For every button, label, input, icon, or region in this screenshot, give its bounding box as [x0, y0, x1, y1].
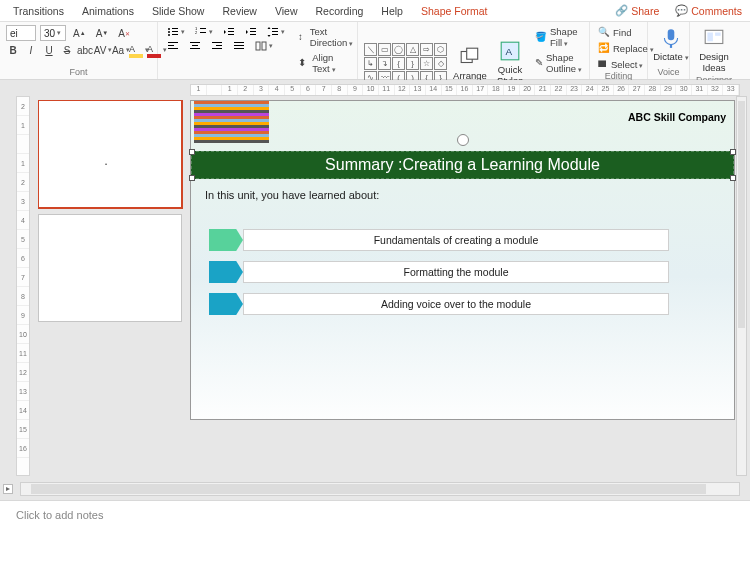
svg-rect-11	[228, 31, 234, 32]
slide-intro-text: In this unit, you have learned about:	[205, 189, 379, 201]
slide-thumbnails	[38, 100, 184, 476]
font-name-box[interactable]: ei	[6, 25, 36, 41]
notes-pane[interactable]: Click to add notes	[0, 500, 750, 566]
tab-animations[interactable]: Animations	[73, 2, 143, 20]
justify-button[interactable]	[230, 39, 248, 53]
shape-star-icon[interactable]: ☆	[420, 57, 433, 70]
align-text-button[interactable]: ⬍Align Text	[296, 51, 359, 75]
svg-rect-31	[256, 42, 260, 50]
tab-transitions[interactable]: Transitions	[4, 2, 73, 20]
svg-rect-25	[212, 42, 222, 43]
expand-thumbnails-button[interactable]: ▸	[3, 484, 13, 494]
shape-arrow-icon[interactable]: ⇨	[420, 43, 433, 56]
change-case-button[interactable]: Aa	[114, 43, 128, 57]
shape-line-icon[interactable]: ＼	[364, 43, 377, 56]
tab-review[interactable]: Review	[213, 2, 265, 20]
shape-hexagon-icon[interactable]: ⬡	[434, 43, 447, 56]
highlight-swatch	[129, 54, 143, 58]
increase-font-button[interactable]: A▲	[70, 26, 89, 40]
rotate-handle[interactable]: ⟳	[457, 134, 469, 146]
shapes-gallery[interactable]: ＼▭◯△⇨⬡ ↳↴{}☆◇ ∿〰(){}	[364, 43, 447, 84]
select-button[interactable]: ⯀Select	[596, 57, 641, 71]
tag-icon	[209, 293, 243, 315]
find-label: Find	[613, 27, 631, 38]
shape-conn2-icon[interactable]: ↴	[378, 57, 391, 70]
svg-rect-1	[172, 28, 178, 29]
bold-button[interactable]: B	[6, 43, 20, 57]
slide-thumb-1[interactable]	[38, 100, 182, 208]
shape-callout-icon[interactable]: ◇	[434, 57, 447, 70]
align-right-button[interactable]	[208, 39, 226, 53]
increase-indent-button[interactable]	[242, 25, 260, 39]
columns-button[interactable]	[252, 39, 276, 53]
scroll-thumb[interactable]	[31, 484, 706, 494]
shape-rect-icon[interactable]: ▭	[378, 43, 391, 56]
arrange-label: Arrange	[453, 70, 487, 81]
strike-button[interactable]: S	[60, 43, 74, 57]
svg-rect-30	[234, 48, 244, 49]
list-item[interactable]: Formatting the module	[209, 261, 669, 283]
scroll-thumb[interactable]	[738, 101, 745, 328]
comments-button[interactable]: 💬 Comments	[667, 1, 750, 20]
dictate-button[interactable]: Dictate	[654, 25, 688, 64]
line-spacing-button[interactable]	[264, 25, 288, 39]
group-editing: 🔍Find 🔁Replace ⯀Select Editing	[590, 22, 648, 79]
tab-view[interactable]: View	[266, 2, 307, 20]
slide-thumb-2[interactable]	[38, 214, 182, 322]
shape-outline-button[interactable]: ✎Shape Outline	[533, 51, 588, 75]
svg-rect-27	[212, 48, 222, 49]
tab-slide-show[interactable]: Slide Show	[143, 2, 214, 20]
shape-outline-icon: ✎	[535, 57, 543, 69]
align-center-button[interactable]	[186, 39, 204, 53]
tag-icon	[209, 261, 243, 283]
highlight-color-button[interactable]: A	[132, 43, 146, 57]
group-font-label: Font	[6, 67, 151, 79]
share-button[interactable]: 🔗 Share	[607, 1, 667, 20]
svg-rect-3	[172, 31, 178, 32]
resize-handle-tl[interactable]	[189, 149, 195, 155]
svg-rect-20	[168, 45, 174, 46]
horizontal-scrollbar[interactable]	[20, 482, 740, 496]
shape-rbrace-icon[interactable]: }	[406, 57, 419, 70]
ribbon: ei 30 A▲ A▼ A✕ B I U S abc AV Aa A A Fon…	[0, 22, 750, 80]
shape-conn-icon[interactable]: ↳	[364, 57, 377, 70]
clear-formatting-button[interactable]: A✕	[115, 26, 133, 40]
find-button[interactable]: 🔍Find	[596, 25, 641, 39]
replace-button[interactable]: 🔁Replace	[596, 41, 641, 55]
svg-rect-23	[192, 45, 198, 46]
slide-logo-image	[194, 101, 269, 143]
underline-button[interactable]: U	[42, 43, 56, 57]
shape-lbrace-icon[interactable]: {	[392, 57, 405, 70]
decrease-indent-button[interactable]	[220, 25, 238, 39]
group-drawing: ＼▭◯△⇨⬡ ↳↴{}☆◇ ∿〰(){} Arrange A Quick Sty…	[358, 22, 590, 79]
svg-point-0	[168, 28, 170, 30]
arrange-button[interactable]: Arrange	[453, 44, 487, 83]
font-size-box[interactable]: 30	[40, 25, 66, 41]
tab-shape-format[interactable]: Shape Format	[412, 2, 497, 20]
vertical-scrollbar[interactable]	[736, 96, 747, 476]
numbering-button[interactable]: 12	[192, 25, 216, 39]
tab-help[interactable]: Help	[372, 2, 412, 20]
italic-button[interactable]: I	[24, 43, 38, 57]
design-ideas-button[interactable]: Design Ideas	[696, 25, 732, 75]
bullets-button[interactable]	[164, 25, 188, 39]
shadow-button[interactable]: abc	[78, 43, 92, 57]
shape-triangle-icon[interactable]: △	[406, 43, 419, 56]
align-left-button[interactable]	[164, 39, 182, 53]
shape-ellipse-icon[interactable]: ◯	[392, 43, 405, 56]
svg-rect-13	[250, 28, 256, 29]
svg-rect-15	[250, 34, 256, 35]
shape-fill-button[interactable]: 🪣Shape Fill	[533, 25, 588, 49]
char-spacing-button[interactable]: AV	[96, 43, 110, 57]
decrease-font-button[interactable]: A▼	[93, 26, 112, 40]
tab-recording[interactable]: Recording	[306, 2, 372, 20]
text-direction-button[interactable]: ↕Text Direction	[296, 25, 359, 49]
list-item[interactable]: Adding voice over to the module	[209, 293, 669, 315]
list-item[interactable]: Fundamentals of creating a module	[209, 229, 669, 251]
slide-title-shape[interactable]: Summary :Creating a Learning Module ⟳	[191, 151, 734, 179]
slide-canvas[interactable]: ABC Skill Company Summary :Creating a Le…	[190, 100, 735, 420]
slide-title-text: Summary :Creating a Learning Module	[325, 156, 600, 174]
dictate-label: Dictate	[653, 51, 689, 62]
resize-handle-bl[interactable]	[189, 175, 195, 181]
vertical-ruler: 2112345678910111213141516	[16, 96, 30, 476]
